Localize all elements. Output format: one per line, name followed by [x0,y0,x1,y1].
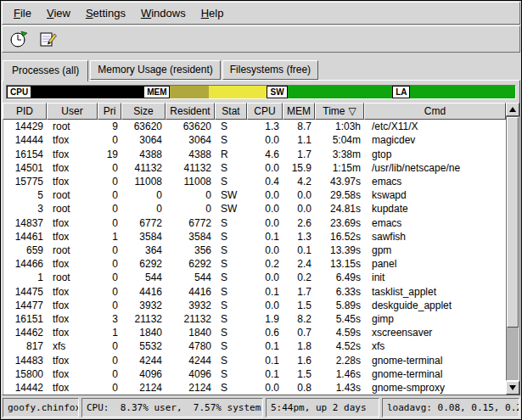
cell-user: tfox [48,327,98,339]
process-row[interactable]: 16154 tfox 19 4388 4388 R 4.6 1.7 3:38m … [3,147,506,160]
process-row[interactable]: 14444 tfox 0 3064 3064 S 0.0 1.1 5:04m m… [3,133,506,147]
column-header-mem[interactable]: MEM [283,103,315,120]
cell-time: 6.49s [316,272,365,283]
process-row[interactable]: 14483 tfox 0 4244 4244 S 0.1 1.6 2.28s g… [3,353,506,367]
notebook-panel: CPU MEM SW LA PID User Pri Size Resident… [2,80,520,395]
tab-filesystems[interactable]: Filesystems (free) [222,60,318,80]
cell-pid: 15775 [3,176,48,188]
cell-pri: 9 [98,120,122,132]
column-header-pid[interactable]: PID [3,103,47,120]
process-row[interactable]: 15800 tfox 0 4096 4096 S 0.1 1.5 1.46s g… [3,367,506,381]
process-row[interactable]: 14501 tfox 0 41132 41132 S 0.0 15.9 1:15… [3,161,506,175]
cell-cpu: 0.1 [248,231,283,243]
cell-mem: 8.7 [283,120,316,132]
column-header-resident[interactable]: Resident [166,103,215,120]
process-row[interactable]: 14477 tfox 0 3932 3932 S 0.0 1.5 5.89s d… [3,299,506,312]
cell-pri: 0 [98,162,122,174]
column-header-pri[interactable]: Pri [98,103,121,120]
cell-pid: 14837 [3,217,48,229]
process-row[interactable]: 14837 tfox 0 6772 6772 S 0.0 2.6 23.69s … [3,216,506,229]
process-row[interactable]: 14461 tfox 1 3584 3584 S 0.1 1.3 16.52s … [3,230,506,244]
cell-cmd: kupdate [365,203,506,215]
menu-settings[interactable]: Settings [78,3,133,23]
cell-time: 3:38m [316,148,365,160]
cell-user: root [48,244,98,256]
cell-stat: S [216,272,248,283]
column-header-time[interactable]: Time ▽ [315,103,364,120]
process-rows: 14429 root 9 63620 63620 S 1.3 8.7 1:03h… [3,120,506,395]
cell-cpu: 0.1 [248,340,283,352]
cell-resident: 41132 [166,162,216,174]
menu-help[interactable]: Help [194,3,232,23]
cell-time: 43.97s [316,176,365,188]
cell-pri: 0 [98,134,122,146]
cell-pri: 0 [98,355,122,367]
column-header-cmd[interactable]: Cmd [364,103,506,120]
scroll-up-button[interactable] [506,103,519,116]
cpu-gauge-button[interactable] [8,28,30,50]
arrow-down-icon [509,385,516,390]
process-row[interactable]: 16151 tfox 3 21132 21132 S 1.9 8.2 5.45s… [3,312,506,326]
cell-pri: 0 [98,217,122,229]
process-row[interactable]: 5 root 0 0 0 SW 0.0 0.0 29.58s kswapd [3,188,506,202]
cell-stat: S [216,327,248,339]
cell-pri: 0 [98,176,122,188]
process-row[interactable]: 659 root 0 364 356 S 0.0 0.1 13.39s gpm [3,244,506,257]
process-row[interactable]: 14462 tfox 1 1840 1840 S 0.6 0.7 4.59s x… [3,326,506,339]
scrollbar-thumb[interactable] [507,117,519,328]
vertical-scrollbar [506,103,519,395]
cell-user: tfox [48,217,98,229]
process-table: PID User Pri Size Resident Stat CPU MEM … [3,103,519,395]
cell-size: 63620 [122,120,166,132]
cell-resident: 544 [166,272,216,283]
scroll-down-button[interactable] [506,381,519,395]
cell-time: 1.46s [316,368,365,380]
memory-edit-button[interactable] [37,28,59,50]
process-row[interactable]: 14475 tfox 0 4416 4416 S 0.1 1.7 6.33s t… [3,284,506,298]
column-header-stat[interactable]: Stat [215,103,247,120]
cell-user: tfox [48,355,98,367]
cell-cpu: 0.0 [248,217,283,229]
scrollbar-track[interactable] [506,116,519,381]
cell-stat: S [216,355,248,367]
cell-size: 544 [122,272,166,283]
cell-user: root [48,189,98,201]
process-row[interactable]: 14429 root 9 63620 63620 S 1.3 8.7 1:03h… [3,120,506,133]
tab-processes[interactable]: Processes (all) [3,60,88,81]
cell-pri: 3 [98,313,122,325]
cell-mem: 1.1 [283,134,316,146]
process-row[interactable]: 15775 tfox 0 11008 11008 S 0.4 4.2 43.97… [3,175,506,188]
hostname-panel: goofy.chinfox [3,398,79,417]
menu-view[interactable]: View [39,3,78,23]
cell-cmd: gnome-smproxy [365,382,506,394]
cell-resident: 6772 [166,217,216,229]
cell-mem: 1.7 [283,148,316,160]
menu-file[interactable]: File [6,3,39,23]
process-row[interactable]: 1 root 0 544 544 S 0.0 0.2 6.49s init [3,271,506,284]
cell-cpu: 0.0 [248,162,283,174]
cell-resident: 6292 [166,258,216,270]
cell-pid: 14442 [3,382,48,394]
process-row[interactable]: 3 root 0 0 0 SW 0.0 0.0 24.81s kupdate [3,202,506,216]
process-row[interactable]: 817 xfs 0 5532 4780 S 0.1 1.8 4.52s xfs [3,339,506,353]
cell-size: 1840 [122,327,166,339]
cell-pid: 16154 [3,148,48,160]
cell-stat: S [216,258,248,270]
cell-mem: 0.0 [283,189,316,201]
column-header-user[interactable]: User [47,103,98,120]
cell-pri: 0 [98,244,122,256]
process-row[interactable]: 14466 tfox 0 6292 6292 S 0.2 2.4 13.15s … [3,257,506,271]
column-header-cpu[interactable]: CPU [247,103,283,120]
cell-user: tfox [48,368,98,380]
cell-time: 1:03h [316,120,365,132]
column-header-size[interactable]: Size [121,103,166,120]
cell-size: 4416 [122,286,166,298]
process-row[interactable]: 14442 tfox 0 2124 2124 S 0.0 0.8 1.43s g… [3,381,506,395]
clock-gauge-icon [9,30,28,48]
cell-user: tfox [48,231,98,243]
cell-mem: 1.3 [283,231,316,243]
menu-windows[interactable]: Windows [133,3,194,23]
cell-size: 0 [122,203,166,215]
tab-memory-usage[interactable]: Memory Usage (resident) [90,60,220,80]
cell-cmd: kswapd [365,189,506,201]
